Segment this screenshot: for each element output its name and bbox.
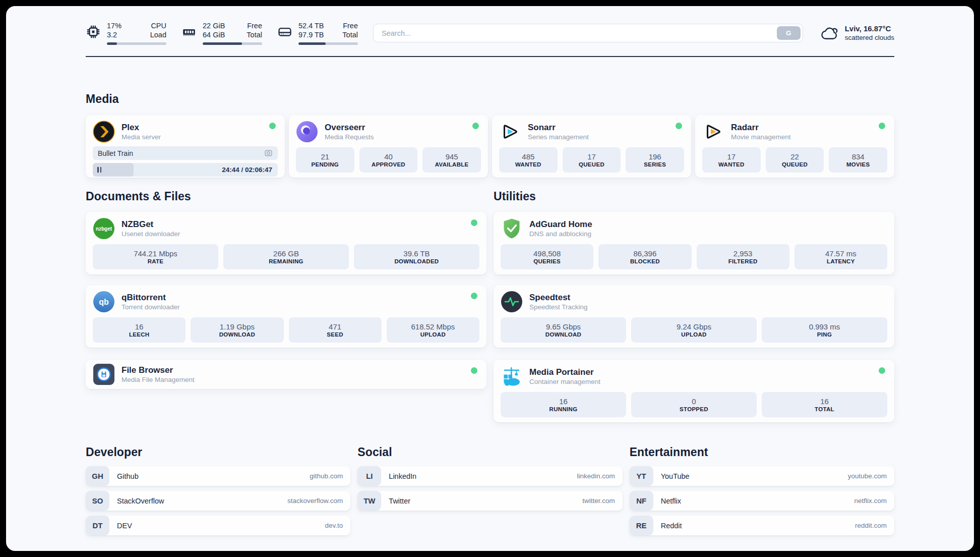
app-title: Overseerr — [325, 122, 374, 133]
app-card-sonarr[interactable]: Sonarr Series management 485WANTED 17QUE… — [492, 115, 691, 178]
bookmark-netflix[interactable]: NF Netflix netflix.com — [630, 491, 894, 511]
app-card-radarr[interactable]: Radarr Movie management 17WANTED 22QUEUE… — [695, 115, 894, 178]
bookmark-linkedin[interactable]: LI LinkedIn linkedin.com — [357, 466, 622, 486]
stat-downloaded: 39.6 TBDOWNLOADED — [354, 244, 479, 269]
stat-filtered: 2,953FILTERED — [697, 244, 789, 269]
section-title-documents: Documents & Files — [86, 190, 486, 203]
app-card-adguard[interactable]: AdGuard Home DNS and adblocking 498,508Q… — [494, 212, 894, 274]
bookmark-name: Reddit — [661, 522, 682, 530]
disk-label-2: Total — [342, 30, 358, 39]
disk-widget: 52.4 TB Free 97.9 TB Total — [277, 21, 358, 45]
stat-total: 16TOTAL — [762, 392, 887, 417]
dashboard-page: 17% CPU 3.2 Load — [6, 6, 974, 551]
app-card-qbittorrent[interactable]: qb qBittorrent Torrent downloader 16LEEC… — [86, 285, 486, 348]
app-subtitle: Media server — [121, 133, 161, 141]
stat-rate: 744.21 MbpsRATE — [93, 244, 218, 269]
status-dot — [472, 123, 479, 129]
stat-leech: 16LEECH — [93, 317, 186, 343]
bookmark-name: DEV — [117, 522, 132, 530]
bookmark-url: twitter.com — [582, 497, 615, 505]
disk-label-1: Free — [342, 21, 358, 30]
status-dot — [471, 367, 477, 374]
app-title: Speedtest — [529, 292, 588, 303]
bookmark-youtube[interactable]: YT YouTube youtube.com — [630, 466, 894, 486]
ram-free: 22 GiB — [203, 21, 238, 30]
stat-pending: 21PENDING — [296, 147, 354, 173]
weather-description: scattered clouds — [845, 33, 894, 42]
app-subtitle: Usenet downloader — [121, 230, 180, 238]
app-title: Media Portainer — [529, 367, 600, 377]
app-subtitle: Speedtest Tracking — [529, 303, 588, 311]
disk-icon — [277, 24, 292, 39]
bookmark-name: LinkedIn — [389, 472, 416, 480]
ram-total: 64 GiB — [203, 30, 238, 39]
search-input[interactable] — [373, 24, 803, 42]
app-card-portainer[interactable]: Media Portainer Container management 16R… — [494, 360, 894, 422]
playback-time: 24:44 / 02:06:47 — [222, 163, 272, 177]
app-title: Sonarr — [528, 122, 589, 133]
app-subtitle: Series management — [528, 133, 589, 141]
stat-wanted: 17WANTED — [702, 147, 761, 173]
ram-label-2: Total — [247, 30, 262, 39]
weather-location-temp: Lviv, 16.87°C — [845, 24, 894, 33]
cpu-loadavg: 3.2 — [107, 30, 142, 39]
status-dot — [676, 123, 682, 129]
weather-widget: Lviv, 16.87°C scattered clouds — [820, 24, 894, 42]
section-title-media: Media — [86, 92, 894, 106]
app-title: File Browser — [121, 365, 195, 375]
app-title: NZBGet — [121, 219, 180, 230]
stat-wanted: 485WANTED — [499, 147, 558, 173]
stat-queries: 498,508QUERIES — [501, 244, 593, 269]
disk-free: 52.4 TB — [298, 21, 334, 30]
pause-button[interactable] — [93, 163, 134, 177]
search-engine-button[interactable]: G — [777, 26, 801, 40]
status-dot — [879, 123, 885, 129]
cloud-icon — [820, 25, 839, 42]
stat-approved: 40APPROVED — [359, 147, 418, 173]
bookmark-reddit[interactable]: RE Reddit reddit.com — [630, 516, 894, 535]
bookmark-name: Github — [117, 472, 139, 480]
bookmark-url: linkedin.com — [577, 472, 615, 480]
ram-icon — [181, 24, 197, 39]
portainer-icon — [501, 365, 523, 387]
app-subtitle: Container management — [529, 377, 600, 386]
app-title: AdGuard Home — [529, 219, 592, 230]
stat-queued: 22QUEUED — [766, 147, 824, 173]
bookmark-abbr: TW — [357, 491, 381, 511]
bookmark-stackoverflow[interactable]: SO StackOverflow stackoverflow.com — [86, 491, 350, 511]
stat-queued: 17QUEUED — [563, 147, 621, 173]
bookmark-twitter[interactable]: TW Twitter twitter.com — [357, 491, 622, 511]
app-card-nzbget[interactable]: nzbget NZBGet Usenet downloader 744.21 M… — [86, 212, 486, 274]
session-icon[interactable] — [264, 149, 273, 157]
app-card-overseerr[interactable]: Overseerr Media Requests 21PENDING 40APP… — [289, 115, 488, 178]
ram-label-1: Free — [247, 21, 262, 30]
bookmark-abbr: LI — [357, 466, 381, 486]
app-card-plex[interactable]: Plex Media server Bullet Train 24:44 / 0… — [86, 115, 285, 178]
stat-series: 196SERIES — [626, 147, 684, 173]
ram-progressbar — [203, 42, 262, 45]
app-subtitle: Media Requests — [325, 133, 374, 141]
app-card-speedtest[interactable]: Speedtest Speedtest Tracking 9.65 GbpsDO… — [494, 285, 894, 348]
bookmark-dev[interactable]: DT DEV dev.to — [86, 516, 350, 535]
disk-progressbar — [298, 42, 358, 45]
bookmark-url: reddit.com — [855, 522, 887, 529]
stat-available: 945AVAILABLE — [422, 147, 481, 173]
cpu-usage: 17% — [107, 21, 142, 30]
bookmark-name: StackOverflow — [117, 497, 164, 505]
bookmark-github[interactable]: GH Github github.com — [86, 466, 350, 486]
ram-widget: 22 GiB Free 64 GiB Total — [181, 21, 262, 45]
bookmark-name: YouTube — [661, 472, 690, 480]
plex-icon — [93, 121, 115, 143]
bookmark-abbr: SO — [86, 491, 109, 511]
playback-progressbar[interactable]: 24:44 / 02:06:47 — [93, 163, 278, 177]
app-card-filebrowser[interactable]: File Browser Media File Management — [86, 360, 486, 389]
overseerr-icon — [296, 121, 318, 143]
header-bar: 17% CPU 3.2 Load — [86, 6, 894, 45]
sonarr-icon — [499, 121, 521, 143]
section-title-utilities: Utilities — [494, 190, 894, 203]
status-dot — [879, 367, 885, 374]
speedtest-icon — [501, 291, 523, 313]
app-subtitle: Media File Management — [121, 375, 195, 384]
qbittorrent-icon: qb — [93, 291, 115, 313]
stat-ping: 0.993 msPING — [762, 317, 887, 343]
